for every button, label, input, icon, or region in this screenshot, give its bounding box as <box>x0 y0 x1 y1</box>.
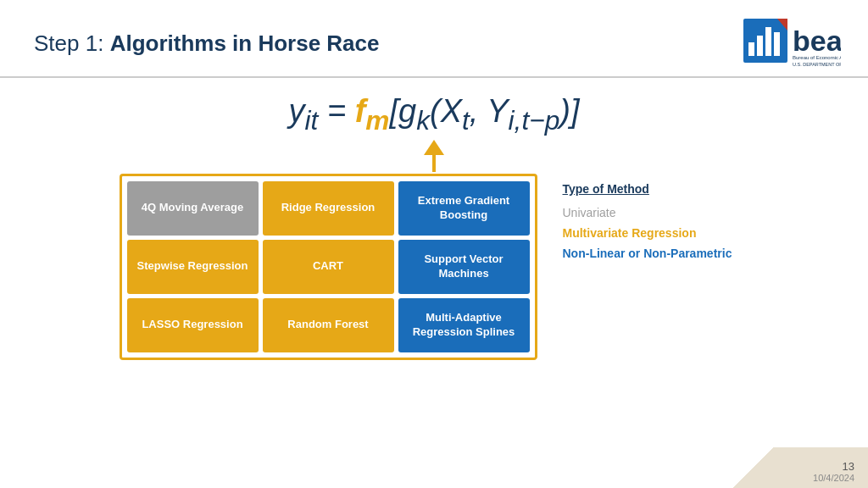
bea-logo-svg: bea Bureau of Economic Analysis U.S. DEP… <box>743 19 841 68</box>
cell-mars: Multi-Adaptive Regression Splines <box>398 298 530 352</box>
arrow-assembly <box>424 140 444 172</box>
cell-support-vector-machines: Support Vector Machines <box>398 240 530 294</box>
header: Step 1: Algorithms in Horse Race bea Bur… <box>0 0 868 78</box>
arrow-line <box>432 155 436 172</box>
legend-nonlinear: Non-Linear or Non-Parametric <box>563 247 749 260</box>
cell-4q-moving-average: 4Q Moving Average <box>127 181 259 236</box>
bracket-box: 4Q Moving Average Ridge Regression Extre… <box>120 174 537 360</box>
legend-univariate: Univariate <box>563 206 749 219</box>
cell-random-forest: Random Forest <box>263 298 394 352</box>
page-number: 13 <box>843 460 854 473</box>
page-date: 10/4/2024 <box>813 473 854 483</box>
cell-ridge-regression: Ridge Regression <box>263 181 394 236</box>
main-content: yit = fm[gk(Xt, Yi,t−p)] 4Q Moving Avera… <box>0 78 868 360</box>
svg-rect-3 <box>765 27 771 56</box>
svg-rect-1 <box>748 42 754 56</box>
page-title: Step 1: Algorithms in Horse Race <box>34 30 379 57</box>
legend-multivariate: Multivariate Regression <box>563 226 749 240</box>
cell-extreme-gradient-boosting: Extreme Gradient Boosting <box>398 181 530 236</box>
formula: yit = fm[gk(Xt, Yi,t−p)] <box>289 93 580 136</box>
algo-grid: 4Q Moving Average Ridge Regression Extre… <box>127 181 530 352</box>
svg-text:U.S. DEPARTMENT OF COMMERCE: U.S. DEPARTMENT OF COMMERCE <box>793 62 841 67</box>
svg-text:bea: bea <box>793 25 841 57</box>
arrow-head <box>424 140 444 155</box>
cell-stepwise-regression: Stepwise Regression <box>127 240 259 294</box>
legend-title: Type of Method <box>563 182 749 196</box>
svg-text:Bureau of Economic Analysis: Bureau of Economic Analysis <box>793 55 841 60</box>
footer: 13 10/4/2024 <box>715 447 868 488</box>
svg-rect-4 <box>774 32 780 56</box>
cell-cart: CART <box>263 240 394 294</box>
cell-lasso-regression: LASSO Regression <box>127 298 259 352</box>
svg-rect-2 <box>757 36 763 56</box>
legend: Type of Method Univariate Multivariate R… <box>563 174 749 260</box>
bea-logo: bea Bureau of Economic Analysis U.S. DEP… <box>741 19 843 68</box>
grid-legend-row: 4Q Moving Average Ridge Regression Extre… <box>120 174 749 360</box>
